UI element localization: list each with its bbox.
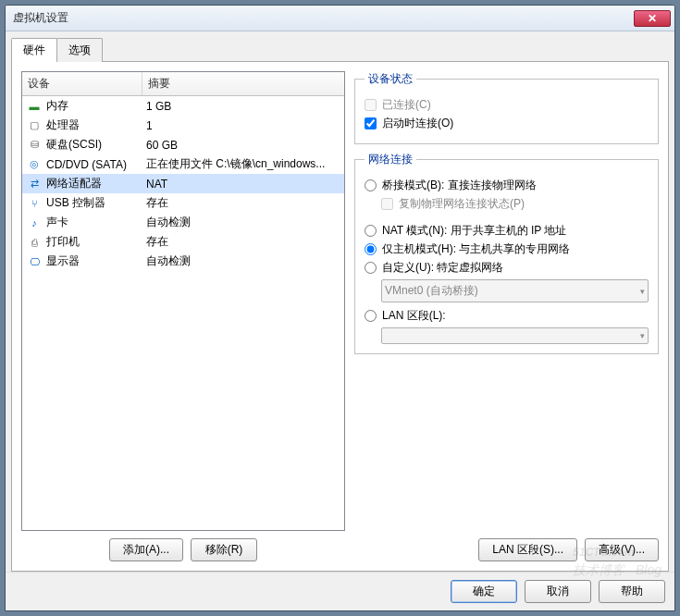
hostonly-radio[interactable] (365, 243, 377, 255)
device-summary: 自动检测 (146, 253, 340, 269)
device-summary: 正在使用文件 C:\镜像\cn_windows... (146, 156, 340, 172)
device-icon: ▬ (26, 99, 43, 114)
bridged-label: 桥接模式(B): 直接连接物理网络 (382, 178, 537, 193)
device-row[interactable]: ▬内存1 GB (22, 96, 344, 116)
device-row[interactable]: ⎙打印机存在 (22, 232, 344, 252)
tab-hardware[interactable]: 硬件 (11, 38, 57, 62)
tab-strip: 硬件 选项 (11, 37, 669, 61)
connected-checkbox[interactable] (365, 99, 377, 111)
device-icon: ◎ (26, 157, 43, 172)
network-connection-legend: 网络连接 (365, 152, 416, 167)
device-row[interactable]: ◎CD/DVD (SATA)正在使用文件 C:\镜像\cn_windows... (22, 154, 344, 174)
connect-at-power-label: 启动时连接(O) (382, 116, 453, 131)
chevron-down-icon: ▾ (640, 287, 645, 296)
device-name: 声卡 (46, 215, 146, 230)
lan-segments-button[interactable]: LAN 区段(S)... (478, 538, 577, 561)
device-summary: 存在 (146, 234, 340, 250)
device-row[interactable]: ⇄网络适配器NAT (22, 174, 344, 193)
device-name: 网络适配器 (46, 176, 146, 191)
connected-label: 已连接(C) (382, 97, 431, 113)
lan-segment-select: ▾ (381, 327, 649, 344)
device-icon: ⛁ (26, 138, 43, 153)
device-summary: 自动检测 (146, 215, 340, 230)
device-name: USB 控制器 (46, 195, 146, 211)
device-icon: ⇄ (26, 177, 43, 191)
device-name: 内存 (46, 98, 146, 114)
device-summary: 60 GB (146, 139, 340, 152)
device-icon: ⑂ (26, 196, 43, 211)
device-row[interactable]: ⛁硬盘(SCSI)60 GB (22, 135, 344, 154)
advanced-button[interactable]: 高级(V)... (585, 538, 659, 561)
help-button[interactable]: 帮助 (599, 580, 665, 603)
close-icon: ✕ (648, 12, 657, 25)
lan-segment-radio[interactable] (365, 310, 377, 322)
device-name: 处理器 (46, 117, 146, 133)
hostonly-label: 仅主机模式(H): 与主机共享的专用网络 (382, 241, 570, 257)
custom-label: 自定义(U): 特定虚拟网络 (382, 260, 503, 276)
device-status-legend: 设备状态 (365, 71, 416, 87)
remove-button[interactable]: 移除(R) (191, 538, 257, 561)
add-button[interactable]: 添加(A)... (109, 538, 183, 561)
custom-network-select: VMnet0 (自动桥接) ▾ (381, 279, 649, 302)
bridged-radio[interactable] (365, 179, 377, 191)
device-table: 设备 摘要 ▬内存1 GB▢处理器1⛁硬盘(SCSI)60 GB◎CD/DVD … (21, 71, 345, 531)
replicate-label: 复制物理网络连接状态(P) (399, 196, 525, 212)
device-row[interactable]: ▢处理器1 (22, 116, 344, 135)
chevron-down-icon: ▾ (640, 331, 645, 340)
network-connection-group: 网络连接 桥接模式(B): 直接连接物理网络 复制物理网络连接状态(P) NAT… (354, 152, 659, 354)
window-title: 虚拟机设置 (13, 10, 634, 26)
device-icon: 🖵 (26, 254, 43, 269)
device-name: 硬盘(SCSI) (46, 137, 146, 153)
nat-label: NAT 模式(N): 用于共享主机的 IP 地址 (382, 223, 566, 239)
device-row[interactable]: 🖵显示器自动检测 (22, 252, 344, 271)
header-summary[interactable]: 摘要 (142, 72, 344, 95)
custom-radio[interactable] (365, 262, 377, 274)
title-bar[interactable]: 虚拟机设置 ✕ (6, 6, 674, 31)
device-name: CD/DVD (SATA) (46, 158, 146, 171)
device-summary: NAT (146, 178, 340, 191)
device-summary: 1 (146, 119, 340, 132)
close-button[interactable]: ✕ (634, 10, 671, 27)
device-name: 显示器 (46, 253, 146, 269)
header-device[interactable]: 设备 (22, 72, 142, 95)
tab-options[interactable]: 选项 (56, 38, 103, 62)
custom-network-value: VMnet0 (自动桥接) (385, 283, 478, 299)
lan-segment-label: LAN 区段(L): (382, 308, 446, 324)
device-icon: ⎙ (26, 235, 43, 250)
device-icon: ▢ (26, 118, 43, 133)
device-table-header: 设备 摘要 (22, 72, 344, 96)
device-summary: 存在 (146, 195, 340, 211)
replicate-checkbox[interactable] (381, 198, 393, 210)
device-row[interactable]: ♪声卡自动检测 (22, 213, 344, 232)
cancel-button[interactable]: 取消 (525, 580, 591, 603)
device-name: 打印机 (46, 234, 146, 250)
nat-radio[interactable] (365, 225, 377, 237)
device-icon: ♪ (26, 216, 43, 230)
device-row[interactable]: ⑂USB 控制器存在 (22, 193, 344, 213)
device-summary: 1 GB (146, 100, 340, 113)
device-status-group: 设备状态 已连接(C) 启动时连接(O) (354, 71, 659, 144)
ok-button[interactable]: 确定 (451, 580, 517, 603)
connect-at-power-checkbox[interactable] (365, 117, 377, 129)
